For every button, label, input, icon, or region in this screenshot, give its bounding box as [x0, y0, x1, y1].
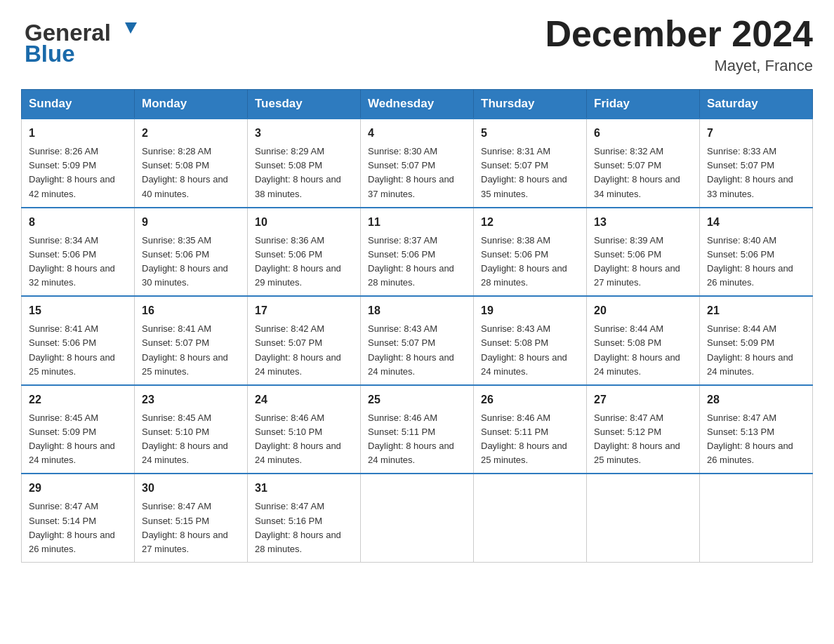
calendar-day-cell: 16Sunrise: 8:41 AMSunset: 5:07 PMDayligh… [135, 296, 248, 385]
day-number: 25 [368, 391, 466, 408]
calendar-day-cell: 10Sunrise: 8:36 AMSunset: 5:06 PMDayligh… [248, 208, 361, 297]
day-number: 14 [707, 214, 805, 231]
day-info: Sunrise: 8:47 AMSunset: 5:13 PMDaylight:… [707, 411, 805, 468]
day-info: Sunrise: 8:39 AMSunset: 5:06 PMDaylight:… [594, 234, 692, 290]
day-number: 19 [481, 302, 579, 319]
calendar-week-row: 1Sunrise: 8:26 AMSunset: 5:09 PMDaylight… [22, 119, 813, 208]
calendar-day-cell: 28Sunrise: 8:47 AMSunset: 5:13 PMDayligh… [700, 385, 813, 474]
calendar-day-cell: 18Sunrise: 8:43 AMSunset: 5:07 PMDayligh… [361, 296, 474, 385]
calendar-header-row: Sunday Monday Tuesday Wednesday Thursday… [22, 90, 813, 119]
day-info: Sunrise: 8:38 AMSunset: 5:06 PMDaylight:… [481, 234, 579, 290]
day-info: Sunrise: 8:45 AMSunset: 5:10 PMDaylight:… [142, 411, 240, 468]
calendar-day-cell: 24Sunrise: 8:46 AMSunset: 5:10 PMDayligh… [248, 385, 361, 474]
calendar-day-cell [587, 474, 700, 562]
header-tuesday: Tuesday [248, 90, 361, 119]
header-sunday: Sunday [22, 90, 135, 119]
day-number: 12 [481, 214, 579, 231]
header-wednesday: Wednesday [361, 90, 474, 119]
day-info: Sunrise: 8:29 AMSunset: 5:08 PMDaylight:… [255, 145, 353, 201]
day-number: 18 [368, 302, 466, 319]
day-info: Sunrise: 8:32 AMSunset: 5:07 PMDaylight:… [594, 145, 692, 201]
day-info: Sunrise: 8:44 AMSunset: 5:09 PMDaylight:… [707, 322, 805, 379]
day-info: Sunrise: 8:46 AMSunset: 5:11 PMDaylight:… [368, 411, 466, 468]
day-info: Sunrise: 8:43 AMSunset: 5:08 PMDaylight:… [481, 322, 579, 379]
calendar-day-cell: 1Sunrise: 8:26 AMSunset: 5:09 PMDaylight… [22, 119, 135, 208]
calendar-day-cell: 30Sunrise: 8:47 AMSunset: 5:15 PMDayligh… [135, 474, 248, 562]
page-subtitle: Mayet, France [545, 57, 813, 75]
header-monday: Monday [135, 90, 248, 119]
day-info: Sunrise: 8:47 AMSunset: 5:15 PMDaylight:… [142, 499, 240, 556]
day-number: 24 [255, 391, 353, 408]
day-number: 8 [29, 214, 127, 231]
day-number: 5 [481, 125, 579, 142]
calendar-day-cell: 11Sunrise: 8:37 AMSunset: 5:06 PMDayligh… [361, 208, 474, 297]
header-thursday: Thursday [474, 90, 587, 119]
day-number: 4 [368, 125, 466, 142]
day-info: Sunrise: 8:26 AMSunset: 5:09 PMDaylight:… [29, 145, 127, 201]
day-number: 1 [29, 125, 127, 142]
svg-marker-1 [125, 22, 137, 34]
day-number: 30 [142, 480, 240, 497]
day-info: Sunrise: 8:44 AMSunset: 5:08 PMDaylight:… [594, 322, 692, 379]
calendar-day-cell: 9Sunrise: 8:35 AMSunset: 5:06 PMDaylight… [135, 208, 248, 297]
page-header: General Blue December 2024 Mayet, France [21, 14, 813, 75]
day-number: 26 [481, 391, 579, 408]
day-number: 7 [707, 125, 805, 142]
page-title: December 2024 [545, 14, 813, 54]
day-info: Sunrise: 8:35 AMSunset: 5:06 PMDaylight:… [142, 234, 240, 290]
calendar-day-cell: 23Sunrise: 8:45 AMSunset: 5:10 PMDayligh… [135, 385, 248, 474]
day-info: Sunrise: 8:41 AMSunset: 5:06 PMDaylight:… [29, 322, 127, 379]
calendar-day-cell: 27Sunrise: 8:47 AMSunset: 5:12 PMDayligh… [587, 385, 700, 474]
calendar-day-cell: 8Sunrise: 8:34 AMSunset: 5:06 PMDaylight… [22, 208, 135, 297]
day-info: Sunrise: 8:30 AMSunset: 5:07 PMDaylight:… [368, 145, 466, 201]
title-block: December 2024 Mayet, France [545, 14, 813, 75]
day-info: Sunrise: 8:36 AMSunset: 5:06 PMDaylight:… [255, 234, 353, 290]
calendar-day-cell: 3Sunrise: 8:29 AMSunset: 5:08 PMDaylight… [248, 119, 361, 208]
calendar-day-cell: 4Sunrise: 8:30 AMSunset: 5:07 PMDaylight… [361, 119, 474, 208]
day-info: Sunrise: 8:40 AMSunset: 5:06 PMDaylight:… [707, 234, 805, 290]
day-info: Sunrise: 8:34 AMSunset: 5:06 PMDaylight:… [29, 234, 127, 290]
calendar-day-cell: 31Sunrise: 8:47 AMSunset: 5:16 PMDayligh… [248, 474, 361, 562]
day-info: Sunrise: 8:46 AMSunset: 5:10 PMDaylight:… [255, 411, 353, 468]
day-number: 15 [29, 302, 127, 319]
day-info: Sunrise: 8:47 AMSunset: 5:12 PMDaylight:… [594, 411, 692, 468]
calendar-day-cell [700, 474, 813, 562]
day-info: Sunrise: 8:47 AMSunset: 5:14 PMDaylight:… [29, 499, 127, 556]
day-number: 22 [29, 391, 127, 408]
day-number: 29 [29, 480, 127, 497]
day-number: 2 [142, 125, 240, 142]
day-number: 6 [594, 125, 692, 142]
calendar-day-cell: 5Sunrise: 8:31 AMSunset: 5:07 PMDaylight… [474, 119, 587, 208]
logo-svg: General Blue [21, 14, 151, 67]
calendar-day-cell: 13Sunrise: 8:39 AMSunset: 5:06 PMDayligh… [587, 208, 700, 297]
day-info: Sunrise: 8:46 AMSunset: 5:11 PMDaylight:… [481, 411, 579, 468]
day-info: Sunrise: 8:47 AMSunset: 5:16 PMDaylight:… [255, 499, 353, 556]
header-friday: Friday [587, 90, 700, 119]
calendar-day-cell: 17Sunrise: 8:42 AMSunset: 5:07 PMDayligh… [248, 296, 361, 385]
day-info: Sunrise: 8:28 AMSunset: 5:08 PMDaylight:… [142, 145, 240, 201]
day-number: 31 [255, 480, 353, 497]
calendar-day-cell: 25Sunrise: 8:46 AMSunset: 5:11 PMDayligh… [361, 385, 474, 474]
calendar-week-row: 29Sunrise: 8:47 AMSunset: 5:14 PMDayligh… [22, 474, 813, 562]
calendar-day-cell: 22Sunrise: 8:45 AMSunset: 5:09 PMDayligh… [22, 385, 135, 474]
day-number: 28 [707, 391, 805, 408]
calendar-day-cell: 20Sunrise: 8:44 AMSunset: 5:08 PMDayligh… [587, 296, 700, 385]
day-info: Sunrise: 8:31 AMSunset: 5:07 PMDaylight:… [481, 145, 579, 201]
calendar-day-cell: 14Sunrise: 8:40 AMSunset: 5:06 PMDayligh… [700, 208, 813, 297]
calendar-week-row: 8Sunrise: 8:34 AMSunset: 5:06 PMDaylight… [22, 208, 813, 297]
calendar-day-cell: 19Sunrise: 8:43 AMSunset: 5:08 PMDayligh… [474, 296, 587, 385]
day-number: 17 [255, 302, 353, 319]
day-number: 20 [594, 302, 692, 319]
day-number: 13 [594, 214, 692, 231]
day-info: Sunrise: 8:33 AMSunset: 5:07 PMDaylight:… [707, 145, 805, 201]
day-number: 23 [142, 391, 240, 408]
calendar-table: Sunday Monday Tuesday Wednesday Thursday… [21, 89, 813, 563]
calendar-day-cell: 26Sunrise: 8:46 AMSunset: 5:11 PMDayligh… [474, 385, 587, 474]
calendar-day-cell: 29Sunrise: 8:47 AMSunset: 5:14 PMDayligh… [22, 474, 135, 562]
day-info: Sunrise: 8:45 AMSunset: 5:09 PMDaylight:… [29, 411, 127, 468]
calendar-day-cell: 6Sunrise: 8:32 AMSunset: 5:07 PMDaylight… [587, 119, 700, 208]
calendar-week-row: 15Sunrise: 8:41 AMSunset: 5:06 PMDayligh… [22, 296, 813, 385]
day-number: 16 [142, 302, 240, 319]
day-info: Sunrise: 8:37 AMSunset: 5:06 PMDaylight:… [368, 234, 466, 290]
logo: General Blue [21, 14, 151, 67]
